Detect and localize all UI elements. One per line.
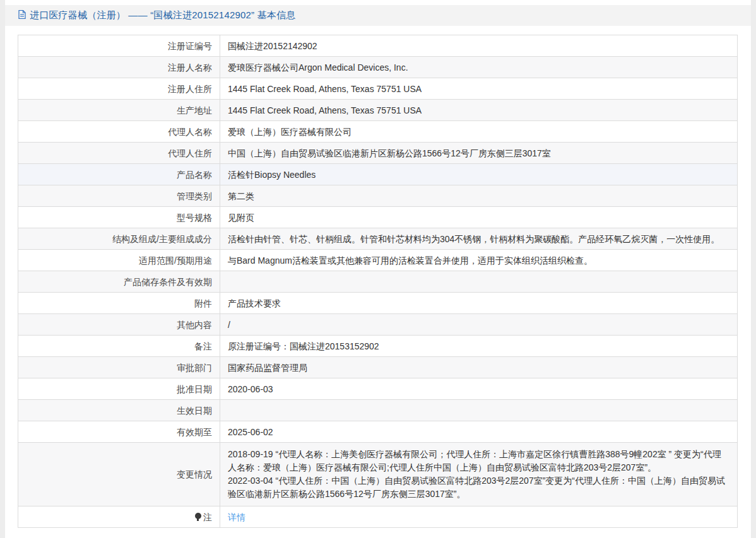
table-row: 产品名称活检针Biopsy Needles [18,164,738,185]
row-label-cell: 注册人名称 [18,57,220,78]
row-label-cell: 附件 [18,293,220,314]
row-label-cell: 批准日期 [18,378,220,400]
row-label: 型号规格 [177,213,212,223]
table-row: 生效日期 [18,400,738,421]
details-link[interactable]: 详情 [228,512,245,522]
row-value: 2025-06-02 [220,421,738,443]
table-row: 适用范围/预期用途与Bard Magnum活检装置或其他兼容可用的活检装置合并使… [18,250,738,271]
row-value: 活检针由针管、针芯、针柄组成。针管和针芯材料均为304不锈钢，针柄材料为聚碳酸酯… [220,228,738,250]
row-label-cell: 生产地址 [18,100,220,121]
table-row: 代理人住所中国（上海）自由贸易试验区临港新片区新杨公路1566号12号厂房东侧三… [18,143,738,164]
row-label: 生产地址 [177,105,212,115]
row-label-cell: 结构及组成/主要组成成分 [18,228,220,250]
change-record-paragraph: 2022-03-04 “代理人住所：中国（上海）自由贸易试验区富特北路203号2… [228,474,729,501]
row-label: 注册证编号 [168,41,212,51]
row-label: 注册人住所 [168,84,212,94]
registration-info-table: 注册证编号国械注进20152142902注册人名称爱琅医疗器械公司Argon M… [18,35,738,528]
row-label: 有效期至 [177,427,212,437]
row-value: 1445 Flat Creek Road, Athens, Texas 7575… [220,100,738,121]
row-value: / [220,314,738,336]
row-value: 活检针Biopsy Needles [220,164,738,185]
row-label: 代理人住所 [168,148,212,158]
row-label-cell: 代理人住所 [18,143,220,164]
table-row: 代理人名称爱琅（上海）医疗器械有限公司 [18,121,738,143]
table-row: 批准日期2020-06-03 [18,378,738,400]
row-value: 国家药品监督管理局 [220,357,738,378]
row-value: 爱琅医疗器械公司Argon Medical Devices, Inc. [220,57,738,78]
row-value: 2020-06-03 [220,378,738,400]
row-label: 代理人名称 [168,127,212,137]
row-label-cell: 管理类别 [18,185,220,207]
table-row: 型号规格见附页 [18,207,738,228]
row-label-cell: 生效日期 [18,400,220,421]
row-value: 见附页 [220,207,738,228]
row-label: 产品储存条件及有效期 [124,277,212,287]
table-wrap: 注册证编号国械注进20152142902注册人名称爱琅医疗器械公司Argon M… [5,26,751,528]
change-record-paragraph: 2018-09-19 “代理人名称：上海美创医疗器械有限公司；代理人住所：上海市… [228,448,729,474]
table-row: 审批部门国家药品监督管理局 [18,357,738,378]
row-value-cell: 详情 [220,506,738,528]
row-value: 国械注进20152142902 [220,35,738,57]
table-row: 注册证编号国械注进20152142902 [18,35,738,57]
page-title: 进口医疗器械（注册） —— “国械注进20152142902” 基本信息 [30,9,295,21]
row-label: 备注 [194,341,212,351]
document-icon [18,9,27,22]
row-label-cell: 注册人住所 [18,78,220,100]
row-label-cell: 产品名称 [18,164,220,185]
info-table-body: 注册证编号国械注进20152142902注册人名称爱琅医疗器械公司Argon M… [18,35,738,528]
row-label: 结构及组成/主要组成成分 [112,234,212,244]
row-value: 与Bard Magnum活检装置或其他兼容可用的活检装置合并使用，适用于实体组织… [220,250,738,271]
row-label: 产品名称 [177,170,212,180]
row-label-cell: 变更情况 [18,443,220,506]
row-label-cell: 适用范围/预期用途 [18,250,220,271]
row-value: 原注册证编号：国械注进20153152902 [220,336,738,357]
table-row: 生产地址1445 Flat Creek Road, Athens, Texas … [18,100,738,121]
row-label-cell: 注册证编号 [18,35,220,57]
row-label: 其他内容 [177,320,212,330]
table-row: 注详情 [18,506,738,528]
row-label: 审批部门 [177,363,212,373]
row-label: 注册人名称 [168,62,212,73]
row-label: 变更情况 [177,469,212,479]
table-row: 备注原注册证编号：国械注进20153152902 [18,336,738,357]
row-label: 注 [203,512,212,522]
table-row: 其他内容/ [18,314,738,336]
table-row: 产品储存条件及有效期 [18,271,738,293]
row-value: 第二类 [220,185,738,207]
row-label: 管理类别 [177,191,212,201]
row-label-cell: 代理人名称 [18,121,220,143]
row-value [220,271,738,293]
table-row: 注册人名称爱琅医疗器械公司Argon Medical Devices, Inc. [18,57,738,78]
table-row: 管理类别第二类 [18,185,738,207]
table-row: 附件产品技术要求 [18,293,738,314]
row-label-cell: 备注 [18,336,220,357]
row-label: 生效日期 [177,406,212,416]
row-value: 中国（上海）自由贸易试验区临港新片区新杨公路1566号12号厂房东侧三层3017… [220,143,738,164]
bulb-icon [195,513,202,521]
row-label: 适用范围/预期用途 [139,255,212,266]
table-row: 结构及组成/主要组成成分活检针由针管、针芯、针柄组成。针管和针芯材料均为304不… [18,228,738,250]
row-label: 批准日期 [177,384,212,394]
row-label-cell: 产品储存条件及有效期 [18,271,220,293]
row-value [220,400,738,421]
row-label-cell: 其他内容 [18,314,220,336]
table-row: 有效期至2025-06-02 [18,421,738,443]
row-label: 附件 [194,298,212,308]
row-label-cell: 审批部门 [18,357,220,378]
table-row: 注册人住所1445 Flat Creek Road, Athens, Texas… [18,78,738,100]
row-label-cell: 有效期至 [18,421,220,443]
row-value: 爱琅（上海）医疗器械有限公司 [220,121,738,143]
row-value: 1445 Flat Creek Road, Athens, Texas 7575… [220,78,738,100]
row-value: 产品技术要求 [220,293,738,314]
page-container: 进口医疗器械（注册） —— “国械注进20152142902” 基本信息 注册证… [5,0,751,538]
row-label-cell: 型号规格 [18,207,220,228]
page-header: 进口医疗器械（注册） —— “国械注进20152142902” 基本信息 [5,5,751,26]
row-label-cell: 注 [18,506,220,528]
row-value-cell: 2018-09-19 “代理人名称：上海美创医疗器械有限公司；代理人住所：上海市… [220,443,738,506]
table-row: 变更情况2018-09-19 “代理人名称：上海美创医疗器械有限公司；代理人住所… [18,443,738,506]
